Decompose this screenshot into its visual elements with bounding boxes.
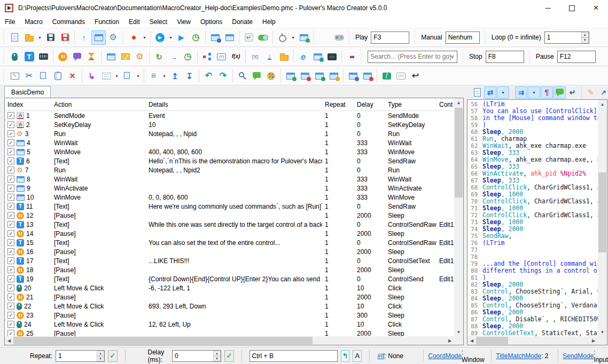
- move-to-bottom-button[interactable]: ↧: [182, 69, 197, 83]
- scroll-down-icon[interactable]: ▼: [454, 328, 463, 336]
- table-row[interactable]: ✓T15[Text]You can also set the text of t…: [5, 238, 454, 247]
- pick-hotkey-button[interactable]: ↰: [341, 350, 350, 362]
- windows-logo-button[interactable]: [317, 30, 332, 45]
- export-macro-button[interactable]: ↑: [77, 30, 91, 45]
- show-symbols-button[interactable]: ¶: [541, 86, 553, 99]
- chevron-down-icon[interactable]: ∨: [450, 54, 454, 59]
- previous-window-button[interactable]: [346, 69, 360, 83]
- open-file-dropdown[interactable]: ▾: [36, 30, 43, 45]
- table-row[interactable]: ✓10WinMove0, 0, 800, 6001333WinMove: [5, 193, 454, 202]
- menu-view[interactable]: View: [172, 17, 196, 27]
- table-row[interactable]: ✓⚙3RunNotepad, , , Npid10Run: [5, 129, 454, 138]
- menu-file[interactable]: File: [0, 17, 20, 27]
- row-checkbox[interactable]: ✓: [7, 248, 14, 255]
- functions-panel-button[interactable]: ƒ: [379, 69, 394, 83]
- table-row[interactable]: ✓16[Pause]12000Sleep: [5, 247, 454, 256]
- text-command-button[interactable]: T: [22, 50, 36, 64]
- tab-basicdemo[interactable]: BasicDemo: [4, 86, 51, 98]
- select-rows-dropdown[interactable]: ▾: [113, 69, 120, 83]
- scroll-up-icon[interactable]: ▲: [598, 100, 607, 108]
- minimize-button[interactable]: [536, 0, 560, 16]
- table-row[interactable]: ✓T13[Text]While this one was sent direct…: [5, 220, 454, 229]
- row-checkbox[interactable]: ✓: [7, 303, 14, 310]
- row-checkbox[interactable]: ✓: [7, 275, 14, 282]
- window-preview-button[interactable]: [91, 30, 106, 45]
- row-checkbox[interactable]: ✓: [7, 194, 14, 201]
- table-row[interactable]: ✓24Left Move & Click12, 62 Left, Up110Cl…: [5, 320, 454, 329]
- column-cont[interactable]: Cont: [436, 98, 454, 110]
- column-details[interactable]: Details: [146, 98, 322, 110]
- row-checkbox[interactable]: ✓: [7, 157, 14, 164]
- variable-command-button[interactable]: (x): [214, 50, 229, 64]
- row-checkbox[interactable]: ✓: [7, 203, 14, 210]
- window-command-button[interactable]: [104, 50, 118, 64]
- code-command-button[interactable]: </>: [325, 50, 339, 64]
- status-link-sendmode[interactable]: SendMode: [563, 352, 594, 360]
- scroll-left-icon[interactable]: ◀: [467, 336, 476, 345]
- scroll-right-icon[interactable]: ▶: [446, 336, 454, 345]
- save-file-as-button[interactable]: [58, 30, 72, 45]
- pause-command-button[interactable]: [56, 50, 70, 64]
- column-action[interactable]: Action: [51, 98, 146, 110]
- undo-button[interactable]: ↶: [201, 69, 216, 83]
- table-row[interactable]: ✓14[Pause]12000Sleep: [5, 229, 454, 238]
- row-checkbox[interactable]: ✓: [7, 294, 14, 300]
- delay-stepper[interactable]: ▲▼: [213, 351, 221, 361]
- table-row[interactable]: ✓4WinWait1333WinWait: [5, 138, 454, 147]
- table-row[interactable]: ✓T11[Text]Here we're using commonly used…: [5, 202, 454, 211]
- duplicate-rows-dropdown[interactable]: ▾: [135, 69, 142, 83]
- table-row[interactable]: ✓5WinMove400, 400, 800, 6001333WinMove: [5, 147, 454, 156]
- row-checkbox[interactable]: ✓: [7, 330, 14, 336]
- table-row[interactable]: ✓⚙7RunNotepad, , , Npid210Run: [5, 165, 454, 175]
- export-code-button[interactable]: [471, 86, 484, 99]
- macro-settings-button[interactable]: ⚙: [106, 30, 120, 45]
- window-spy-button[interactable]: [208, 30, 222, 45]
- download-command-button[interactable]: ↓: [262, 50, 277, 64]
- select-rows-button[interactable]: [99, 69, 113, 83]
- row-checkbox[interactable]: ✓: [7, 221, 14, 228]
- delete-row-button[interactable]: ×: [65, 69, 80, 83]
- schedule-button[interactable]: ◷: [189, 30, 203, 45]
- table-row[interactable]: ✓18[Pause]12000Sleep: [5, 265, 454, 274]
- edit-window-button[interactable]: [326, 69, 341, 83]
- add-window-button[interactable]: [283, 69, 298, 83]
- table-row[interactable]: ✓T17[Text]...LIKE THIS!!!10ControlSetTex…: [5, 256, 454, 265]
- row-checkbox[interactable]: ✓: [7, 266, 14, 273]
- paste-button[interactable]: [51, 69, 65, 83]
- duplicate-rows-button[interactable]: [120, 69, 135, 83]
- power-options-dropdown[interactable]: ▾: [290, 30, 297, 45]
- menu-select[interactable]: Select: [145, 17, 172, 27]
- internet-command-button[interactable]: e: [296, 50, 310, 64]
- colors-button[interactable]: [264, 69, 278, 83]
- table-row[interactable]: ✓12[Pause]12000Sleep: [5, 211, 454, 220]
- scroll-down-icon[interactable]: ▼: [598, 328, 607, 336]
- status-link-coordmode[interactable]: CoordMode: [428, 352, 462, 360]
- row-checkbox[interactable]: ✓: [7, 139, 14, 146]
- delay-apply-button[interactable]: ✓: [224, 350, 233, 362]
- row-checkbox[interactable]: ✓: [7, 176, 14, 183]
- code-editor[interactable]: 56(LTrim57You can also use [ControlClick…: [467, 99, 607, 345]
- menu-commands[interactable]: Commands: [48, 17, 90, 27]
- row-checkbox[interactable]: ✓: [7, 185, 14, 192]
- loop-count-stepper[interactable]: ▲▼: [581, 32, 589, 43]
- search-command-button[interactable]: ●●: [344, 50, 358, 64]
- image-search-command-button[interactable]: [118, 50, 132, 64]
- scrollbar-thumb[interactable]: [13, 337, 313, 344]
- continue-command-button[interactable]: →: [166, 50, 181, 64]
- row-checkbox[interactable]: ✓: [7, 212, 14, 219]
- row-checkbox[interactable]: ✓: [7, 148, 14, 155]
- stop-hotkey-input[interactable]: [486, 51, 524, 63]
- keyboard-command-button[interactable]: [36, 50, 51, 64]
- return-command-button[interactable]: ↩: [408, 69, 423, 83]
- wrap-lines-button[interactable]: ↵: [566, 86, 579, 99]
- email-command-button[interactable]: ✉: [248, 50, 262, 64]
- settings-command-button[interactable]: ⚙: [132, 50, 147, 64]
- repeat-stepper[interactable]: ▲▼: [97, 351, 104, 361]
- table-row[interactable]: ✓20Left Move & Click-6, -122 Left, 1110C…: [5, 283, 454, 292]
- table-row[interactable]: ✓A1SendModeEvent10SendMode: [5, 111, 454, 120]
- window-group-command-button[interactable]: [310, 50, 325, 64]
- temp-folder-command-button[interactable]: [277, 50, 291, 64]
- power-options-button[interactable]: [275, 30, 290, 45]
- row-checkbox[interactable]: ✓: [7, 239, 14, 246]
- table-row[interactable]: ✓8WinWait1333WinWait: [5, 175, 454, 184]
